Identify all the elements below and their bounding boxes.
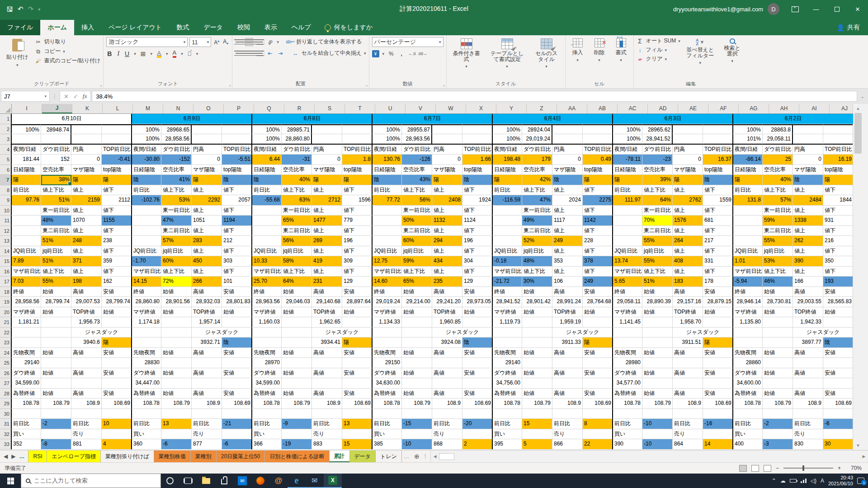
cell[interactable]: top陽陰 xyxy=(703,165,733,175)
cell[interactable]: 前日比 xyxy=(131,185,161,196)
cell[interactable] xyxy=(492,226,522,236)
zoom-level[interactable]: 70% xyxy=(845,465,862,471)
scroll-left-icon[interactable]: ◀ xyxy=(431,454,439,459)
cell[interactable]: 28,897.64 xyxy=(342,297,373,307)
cell[interactable]: 高値 xyxy=(71,389,102,399)
cell[interactable]: 陽 xyxy=(102,175,132,185)
cell[interactable]: 高値 xyxy=(673,348,703,358)
cell[interactable]: 売り xyxy=(432,429,462,440)
scroll-up-icon[interactable]: ▲ xyxy=(853,104,863,113)
cell[interactable]: 34,756.00 xyxy=(492,378,522,389)
cell[interactable]: 始値 xyxy=(402,287,432,297)
cell[interactable]: 陽 xyxy=(342,175,373,185)
cell[interactable]: 始値 xyxy=(763,368,793,379)
cell[interactable] xyxy=(102,378,132,389)
format-as-table-button[interactable]: テーブルとして書式設定▾ xyxy=(486,37,528,71)
cell[interactable]: 353 xyxy=(552,256,583,267)
cell[interactable]: 値下 xyxy=(583,246,613,257)
cell[interactable]: 100% xyxy=(131,134,161,145)
cell[interactable]: 931 xyxy=(823,216,854,226)
cell[interactable]: 始値 xyxy=(161,389,192,399)
cell[interactable] xyxy=(583,378,613,389)
cell[interactable]: TOP終値 xyxy=(312,307,342,318)
cell[interactable] xyxy=(793,409,823,419)
cell[interactable]: 値上 xyxy=(312,246,342,257)
cell[interactable] xyxy=(492,409,522,419)
cell[interactable]: 始値 xyxy=(763,348,793,358)
row-header-17[interactable]: 17 xyxy=(0,277,12,287)
column-header-W[interactable]: W xyxy=(436,104,466,113)
cell[interactable]: 181.44 xyxy=(11,155,41,165)
cell[interactable]: 100% xyxy=(131,124,161,135)
cell[interactable]: 1844 xyxy=(823,195,854,206)
normal-view-icon[interactable] xyxy=(739,465,747,472)
cell[interactable]: 値上 xyxy=(192,267,222,277)
cell[interactable]: マザ前日比 xyxy=(131,267,161,277)
cell[interactable]: 108.69 xyxy=(342,399,373,409)
cell[interactable]: ダウ終値 xyxy=(612,368,642,379)
cell[interactable] xyxy=(222,317,252,328)
cell[interactable]: 108.9 xyxy=(673,399,703,409)
cell[interactable] xyxy=(402,338,432,348)
cell[interactable]: 空売比率 xyxy=(402,165,432,175)
cell[interactable] xyxy=(41,358,71,368)
cell[interactable]: 8 xyxy=(583,419,613,429)
cell[interactable]: 東一前日比 xyxy=(402,206,432,216)
cell[interactable]: 陰 xyxy=(552,175,583,185)
cell[interactable] xyxy=(432,124,462,135)
cell[interactable]: 値上 xyxy=(192,185,222,196)
cell[interactable]: 値上 xyxy=(552,267,583,277)
cell[interactable] xyxy=(732,409,763,419)
cell[interactable]: 3924.08 xyxy=(432,338,462,348)
column-header-V[interactable]: V xyxy=(406,104,436,113)
column-header-N[interactable]: N xyxy=(163,104,193,113)
cell[interactable]: 陽 xyxy=(432,175,462,185)
file-explorer-icon[interactable] xyxy=(197,474,215,488)
horizontal-scroll-thumb[interactable] xyxy=(439,453,454,460)
cell[interactable]: 始値 xyxy=(41,287,71,297)
date-header[interactable]: 6月2日 xyxy=(732,114,854,124)
cell[interactable]: 198.48 xyxy=(492,155,522,165)
cell[interactable]: -10 xyxy=(642,439,673,450)
cell[interactable] xyxy=(192,378,222,389)
cell[interactable] xyxy=(71,378,102,389)
cell[interactable]: -6 xyxy=(222,439,252,450)
cell[interactable]: 100% xyxy=(612,134,642,145)
cell[interactable]: 51% xyxy=(642,277,673,287)
cell[interactable]: マザ前日比 xyxy=(11,267,41,277)
next-sheet-icon[interactable]: ▶ xyxy=(11,453,15,460)
cell[interactable]: 5.65 xyxy=(612,277,642,287)
cell[interactable]: 始値 xyxy=(763,389,793,399)
cell[interactable]: 値下 xyxy=(823,226,854,236)
cell[interactable]: 28,963.56 xyxy=(402,134,432,145)
cell[interactable]: 2408 xyxy=(432,195,462,206)
cell[interactable]: 東一前日比 xyxy=(161,206,192,216)
cell[interactable] xyxy=(251,409,282,419)
cell[interactable]: 13 xyxy=(342,419,373,429)
insert-function-icon[interactable]: fx xyxy=(83,93,87,100)
cell[interactable]: 安値 xyxy=(102,348,132,358)
cell[interactable] xyxy=(642,338,673,348)
cell[interactable] xyxy=(583,409,613,419)
cell[interactable]: 108.69 xyxy=(462,399,493,409)
column-header-AD[interactable]: AD xyxy=(648,104,678,113)
cell[interactable] xyxy=(102,124,132,135)
cell[interactable]: 4 xyxy=(102,439,132,450)
date-header[interactable]: 6月10日 xyxy=(11,114,132,124)
cell[interactable] xyxy=(342,409,373,419)
cell[interactable]: 0 xyxy=(71,155,102,165)
sheet-tab-日別と株価による診断[interactable]: 日別と株価による診断 xyxy=(264,450,329,462)
cell[interactable]: JQ前日比 xyxy=(492,246,522,257)
cell[interactable] xyxy=(793,134,823,145)
cell[interactable]: -16 xyxy=(703,419,733,429)
cell[interactable]: 値下 xyxy=(102,206,132,216)
cell[interactable]: 1,181.21 xyxy=(11,317,41,328)
cell[interactable]: 安値 xyxy=(342,368,373,379)
column-header-X[interactable]: X xyxy=(466,104,496,113)
vertical-scroll-thumb[interactable] xyxy=(854,113,862,154)
cell[interactable]: 100% xyxy=(251,134,282,145)
cell[interactable]: 高値 xyxy=(793,348,823,358)
column-header-Y[interactable]: Y xyxy=(496,104,527,113)
cell[interactable]: 安値 xyxy=(583,389,613,399)
cell[interactable] xyxy=(492,328,522,338)
